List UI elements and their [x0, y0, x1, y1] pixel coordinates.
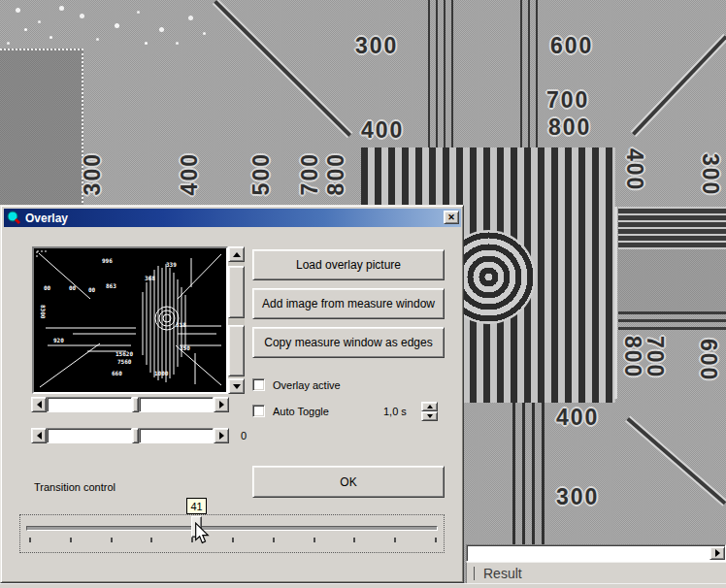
- scroll-right-button[interactable]: [214, 397, 229, 412]
- chart-number: 300: [697, 153, 723, 196]
- chart-number: 600: [550, 33, 593, 59]
- left-arrow-icon: [37, 432, 42, 440]
- slider-tick: [70, 538, 72, 542]
- slider-tick: [191, 538, 193, 542]
- chart-number: 400: [621, 148, 647, 191]
- chart-number: 300: [556, 484, 599, 510]
- right-arrow-icon: [219, 432, 224, 440]
- scrollbar-track[interactable]: [228, 318, 245, 325]
- preview-mark: 996: [102, 258, 113, 264]
- scrollbar-field[interactable]: [47, 428, 132, 443]
- load-overlay-picture-button[interactable]: Load overlay picture: [252, 249, 445, 280]
- scrollbar-thumb[interactable]: [132, 428, 139, 443]
- scrollbar-thumb[interactable]: [228, 266, 245, 318]
- scrollbar-thumb[interactable]: [228, 325, 245, 376]
- slider-tick: [232, 538, 234, 542]
- chart-number: 300: [355, 33, 398, 59]
- slider-tick: [29, 538, 31, 542]
- chart-number: 300: [80, 152, 106, 195]
- background-horizontal-scrollbar[interactable]: [466, 544, 726, 562]
- scroll-right-button[interactable]: [214, 428, 229, 443]
- chart-number: 600: [695, 339, 721, 381]
- scroll-left-button[interactable]: [31, 397, 47, 412]
- overlay-active-label: Overlay active: [273, 379, 341, 391]
- spin-down-button[interactable]: [421, 411, 438, 421]
- chart-number: 700: [642, 336, 668, 378]
- down-arrow-icon: [233, 384, 241, 389]
- scroll-down-button[interactable]: [228, 378, 245, 394]
- auto-toggle-label: Auto Toggle: [273, 406, 329, 417]
- close-icon: ✕: [447, 212, 455, 222]
- preview-vertical-scrollbar[interactable]: [228, 246, 245, 394]
- result-bar: Result: [466, 562, 726, 583]
- preview-mark: 660: [112, 371, 122, 376]
- chart-number: 800: [323, 152, 349, 195]
- chart-number: 700: [546, 87, 589, 114]
- spin-up-button[interactable]: [421, 402, 438, 411]
- auto-toggle-checkbox[interactable]: [252, 405, 265, 417]
- preview-mark: 00: [69, 285, 76, 291]
- chart-number: 800: [548, 114, 591, 141]
- slider-tick: [353, 538, 355, 542]
- preview-mark: 1000: [154, 371, 168, 376]
- result-label: Result: [483, 566, 522, 581]
- scrollbar-field[interactable]: [139, 397, 214, 412]
- right-arrow-icon: [715, 549, 720, 557]
- bottom-strip: [0, 583, 726, 588]
- slider-tick: [150, 538, 152, 542]
- scrollbar-track[interactable]: [466, 544, 726, 562]
- chart-number: 700: [297, 152, 323, 195]
- interval-spinner[interactable]: [421, 402, 438, 421]
- pane-divider: [474, 567, 475, 580]
- preview-mark: 00: [44, 285, 50, 291]
- overlay-preview: 9963398633680000009208300318350156207560…: [32, 246, 228, 394]
- slider-tick: [273, 538, 275, 542]
- preview-horizontal-scrollbar-1[interactable]: [31, 397, 229, 412]
- scroll-right-button[interactable]: [710, 546, 725, 560]
- overlay-dialog: Overlay ✕: [0, 205, 464, 583]
- counter-value: 0: [241, 430, 247, 441]
- preview-mark: 00: [88, 287, 95, 293]
- chart-number: 400: [361, 117, 404, 144]
- slider-focus-rect: [19, 514, 445, 553]
- overlay-active-checkbox[interactable]: [252, 378, 265, 391]
- scrollbar-field[interactable]: [139, 428, 214, 443]
- chart-number: 500: [248, 152, 275, 195]
- overlay-preview-image: 9963398633680000009208300318350156207560…: [34, 248, 226, 392]
- scrollbar-field[interactable]: [47, 397, 132, 412]
- slider-tick: [314, 538, 315, 542]
- mouse-cursor: [194, 522, 210, 544]
- right-arrow-icon: [219, 401, 224, 408]
- slider-tick: [111, 538, 113, 542]
- ok-button[interactable]: OK: [252, 466, 445, 498]
- preview-mark: 339: [166, 262, 177, 268]
- preview-mark: 350: [180, 345, 190, 351]
- slider-value-tooltip: 41: [186, 498, 207, 514]
- scroll-left-button[interactable]: [31, 428, 47, 443]
- up-arrow-icon: [233, 252, 241, 257]
- close-button[interactable]: ✕: [444, 211, 459, 224]
- left-arrow-icon: [37, 401, 42, 408]
- add-image-from-measure-window-button[interactable]: Add image from measure window: [252, 288, 445, 319]
- preview-horizontal-scrollbar-2[interactable]: [31, 428, 229, 443]
- preview-mark: 863: [106, 283, 116, 289]
- slider-groove[interactable]: [26, 526, 438, 531]
- scroll-up-button[interactable]: [228, 246, 245, 262]
- dialog-titlebar[interactable]: Overlay ✕: [4, 209, 461, 227]
- preview-mark: 8300: [40, 305, 46, 318]
- up-arrow-icon: [427, 405, 433, 408]
- chart-number: 400: [177, 152, 203, 195]
- copy-measure-window-as-edges-button[interactable]: Copy measure window as edges: [252, 327, 445, 358]
- screen: 3004006007008004003003004005007008004003…: [0, 0, 726, 588]
- preview-mark: 920: [53, 338, 64, 343]
- chart-number: 400: [556, 405, 599, 431]
- magnifier-icon: [6, 211, 21, 225]
- slider-ticks: [29, 538, 437, 543]
- scrollbar-thumb[interactable]: [132, 397, 139, 412]
- preview-edges-drawing: [34, 248, 226, 392]
- preview-mark: 318: [176, 322, 186, 328]
- auto-toggle-interval: 1,0 s: [383, 406, 407, 417]
- dialog-title: Overlay: [25, 212, 68, 225]
- transition-control-label: Transition control: [34, 481, 116, 493]
- preview-mark: 15620: [116, 351, 133, 357]
